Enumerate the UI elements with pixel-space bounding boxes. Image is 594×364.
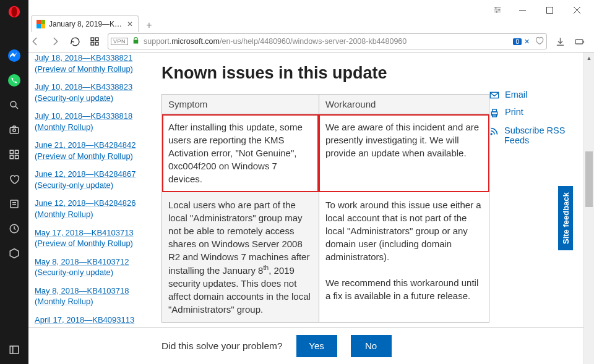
kb-link[interactable]: June 12, 2018—KB4284867 (Security-only u… <box>35 169 155 190</box>
camera-icon[interactable] <box>7 123 21 137</box>
svg-rect-27 <box>95 38 98 41</box>
back-button[interactable] <box>28 35 42 48</box>
battery-icon[interactable] <box>573 36 587 47</box>
vpn-badge[interactable]: VPN <box>111 38 128 45</box>
news-icon[interactable] <box>7 197 21 211</box>
table-row: Local users who are part of the local "A… <box>162 192 489 323</box>
tab-close-icon[interactable]: ✕ <box>127 20 133 28</box>
svg-rect-33 <box>490 92 498 98</box>
downloads-icon[interactable] <box>553 36 567 47</box>
scrollbar[interactable]: ▲ <box>583 53 594 364</box>
svg-rect-26 <box>91 38 94 41</box>
svg-rect-23 <box>546 7 553 13</box>
cell-symptom: After installing this update, some users… <box>162 114 319 192</box>
extensions-icon[interactable] <box>7 247 21 260</box>
rss-action[interactable]: Subscribe RSS Feeds <box>489 125 570 145</box>
opera-logo-icon <box>7 5 21 19</box>
feedback-yes-button[interactable]: Yes <box>296 335 337 357</box>
kb-link[interactable]: May 17, 2018—KB4103713 (Preview of Month… <box>35 227 155 249</box>
feedback-bar: Did this solve your problem? Yes No <box>28 327 583 364</box>
email-action[interactable]: Email <box>489 90 570 99</box>
svg-point-19 <box>495 7 496 9</box>
svg-point-5 <box>13 129 16 132</box>
sidebar-toggle-icon[interactable] <box>7 343 21 357</box>
speeddial-icon[interactable] <box>7 148 21 161</box>
viewport: July 18, 2018—KB4338821 (Preview of Mont… <box>28 52 594 364</box>
url-text: support.microsoft.com/en-us/help/4480960… <box>144 37 407 46</box>
svg-rect-4 <box>10 127 19 133</box>
heart-icon[interactable] <box>7 172 21 186</box>
svg-rect-9 <box>15 156 19 159</box>
whatsapp-icon[interactable] <box>7 74 21 87</box>
kb-link[interactable]: June 12, 2018—KB4284826 (Monthly Rollup) <box>35 198 155 219</box>
rss-icon <box>489 127 499 136</box>
toolbar: VPN support.microsoft.com/en-us/help/448… <box>28 32 587 51</box>
table-row-highlight: After installing this update, some users… <box>162 114 489 192</box>
svg-point-37 <box>491 133 492 135</box>
tab-strip: January 8, 2019—KB44809 ✕ + <box>28 15 594 32</box>
tab-title: January 8, 2019—KB44809 <box>49 20 123 28</box>
forward-button[interactable] <box>48 35 62 48</box>
lock-icon[interactable] <box>132 36 140 46</box>
feedback-no-button[interactable]: No <box>351 335 392 357</box>
kb-link[interactable]: May 8, 2018—KB4103712 (Security-only upd… <box>35 256 155 278</box>
scroll-up-icon[interactable]: ▲ <box>584 53 594 63</box>
col-workaround: Workaround <box>319 95 489 114</box>
kb-link[interactable]: July 10, 2018—KB4338818 (Monthly Rollup) <box>35 111 155 132</box>
main-content: Known issues in this update Symptom Work… <box>161 64 489 323</box>
tiles-button[interactable] <box>88 35 101 48</box>
favicon-ms-icon <box>37 20 45 28</box>
svg-rect-8 <box>10 156 13 159</box>
tab-active[interactable]: January 8, 2019—KB44809 ✕ <box>31 15 139 32</box>
svg-rect-6 <box>10 150 13 153</box>
page-actions: Email Print Subscribe RSS Feeds <box>489 90 570 153</box>
bookmark-heart-icon[interactable] <box>535 36 544 47</box>
svg-point-20 <box>499 9 500 11</box>
page-heading: Known issues in this update <box>161 64 489 83</box>
kb-link[interactable]: July 10, 2018—KB4338823 (Security-only u… <box>35 82 155 103</box>
scroll-thumb[interactable] <box>585 151 593 207</box>
page: July 18, 2018—KB4338821 (Preview of Mont… <box>28 53 583 364</box>
opera-sidebar <box>0 0 28 364</box>
reload-button[interactable] <box>68 35 82 48</box>
new-tab-button[interactable]: + <box>142 19 156 32</box>
svg-point-21 <box>496 11 497 12</box>
messenger-icon[interactable] <box>7 49 21 62</box>
svg-point-2 <box>11 101 16 107</box>
svg-point-1 <box>11 7 17 17</box>
cell-symptom: Local users who are part of the local "A… <box>162 192 319 323</box>
kb-link[interactable]: May 8, 2018—KB4103718 (Monthly Rollup) <box>35 286 155 307</box>
search-icon[interactable] <box>7 98 21 112</box>
issues-table: Symptom Workaround After installing this… <box>161 94 489 323</box>
svg-rect-7 <box>15 150 19 153</box>
kb-link[interactable]: June 21, 2018—KB4284842 (Preview of Mont… <box>35 140 155 161</box>
svg-rect-29 <box>95 42 98 45</box>
history-icon[interactable] <box>7 222 21 235</box>
svg-line-3 <box>15 106 18 109</box>
address-bar[interactable]: VPN support.microsoft.com/en-us/help/448… <box>108 33 547 49</box>
svg-rect-28 <box>91 42 94 45</box>
svg-rect-31 <box>575 39 583 43</box>
svg-rect-14 <box>10 346 19 353</box>
feedback-question: Did this solve your problem? <box>161 341 283 352</box>
print-icon <box>489 108 499 118</box>
svg-rect-35 <box>493 109 497 112</box>
cell-workaround: We are aware of this incident and are pr… <box>319 114 489 192</box>
cell-workaround: To work around this issue use either a l… <box>319 192 489 323</box>
mail-icon <box>489 91 499 99</box>
kb-link-list: July 18, 2018—KB4338821 (Preview of Mont… <box>35 53 155 364</box>
kb-link[interactable]: July 18, 2018—KB4338821 (Preview of Mont… <box>35 53 155 74</box>
adblock-badge[interactable]: 0✕ <box>513 36 544 47</box>
col-symptom: Symptom <box>162 95 319 114</box>
site-feedback-tab[interactable]: Site feedback <box>558 186 573 250</box>
print-action[interactable]: Print <box>489 107 570 118</box>
